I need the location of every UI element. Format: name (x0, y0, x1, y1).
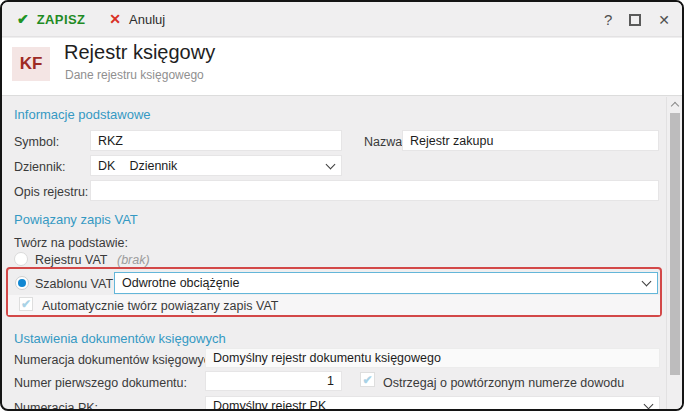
scrollbar-thumb[interactable] (670, 113, 680, 375)
radio-rejestru-label: Rejestru VAT (35, 253, 107, 267)
duplicate-warning-checkbox[interactable]: ✔ (360, 372, 375, 387)
vertical-scrollbar[interactable] (666, 97, 682, 409)
register-dialog-window: ✔ ZAPISZ ✕ Anuluj ? ✕ KF Rejestr księgow… (0, 0, 684, 411)
numeracja-label: Numeracja dokumentów księgowych: (14, 353, 220, 367)
first-number-label: Numer pierwszego dokumentu: (14, 376, 187, 390)
auto-create-checkbox[interactable]: ✔ (19, 297, 33, 311)
nazwa-input[interactable] (402, 130, 659, 151)
help-button[interactable]: ? (604, 11, 612, 28)
page-subtitle: Dane rejestru księgowego (65, 68, 204, 82)
opis-label: Opis rejestru: (14, 185, 88, 199)
dziennik-code: DK (98, 159, 115, 173)
cancel-button-label: Anuluj (129, 12, 165, 27)
opis-input[interactable] (90, 180, 659, 201)
check-icon: ✔ (17, 11, 29, 27)
numeracja-value: Domyślny rejestr dokumentu księgowego (213, 351, 441, 365)
dziennik-dropdown[interactable]: DK Dziennik (90, 155, 342, 176)
dziennik-name: Dziennik (129, 159, 177, 173)
chevron-down-icon (642, 277, 652, 287)
window-controls: ? ✕ (604, 2, 670, 37)
first-number-input[interactable] (205, 371, 342, 391)
save-button[interactable]: ✔ ZAPISZ (17, 11, 85, 27)
page-title: Rejestr księgowy (64, 41, 215, 64)
create-from-label: Twórz na podstawie: (14, 236, 128, 250)
nazwa-label: Nazwa: (364, 135, 406, 149)
dialog-header: KF Rejestr księgowy Dane rejestru księgo… (2, 38, 682, 96)
chevron-down-icon (644, 400, 654, 410)
radio-szablonu-vat[interactable] (15, 276, 29, 290)
toolbar: ✔ ZAPISZ ✕ Anuluj ? ✕ (2, 2, 682, 37)
section-heading-vat: Powiązany zapis VAT (14, 212, 138, 227)
section-heading-basic-info: Informacje podstawowe (14, 107, 151, 122)
maximize-button[interactable] (629, 14, 641, 26)
symbol-input[interactable] (90, 130, 342, 151)
numeracja-field[interactable]: Domyślny rejestr dokumentu księgowego (205, 348, 660, 368)
szablon-vat-dropdown[interactable]: Odwrotne obciążęnie (114, 272, 658, 294)
numeracja-pk-value: Domyślny rejestr PK (213, 399, 326, 411)
scroll-up-icon[interactable] (671, 102, 679, 110)
auto-create-label: Automatycznie twórz powiązany zapis VAT (42, 299, 278, 313)
radio-szablonu-label: Szablonu VAT (35, 277, 113, 291)
symbol-label: Symbol: (14, 135, 59, 149)
close-button[interactable]: ✕ (658, 12, 670, 28)
radio-rejestru-vat[interactable] (14, 252, 28, 266)
save-button-label: ZAPISZ (37, 12, 86, 27)
numeracja-pk-label: Numeracja PK: (14, 401, 98, 411)
dziennik-label: Dziennik: (14, 160, 65, 174)
numeracja-pk-dropdown[interactable]: Domyślny rejestr PK (205, 396, 660, 411)
szablon-vat-value: Odwrotne obciążęnie (122, 276, 239, 290)
section-heading-doc-settings: Ustawienia dokumentów księgowych (14, 331, 226, 346)
rejestru-vat-value: (brak) (117, 253, 150, 267)
x-icon: ✕ (109, 11, 121, 27)
cancel-button[interactable]: ✕ Anuluj (109, 11, 165, 27)
chevron-down-icon (326, 159, 336, 169)
kf-badge: KF (12, 47, 50, 81)
duplicate-warning-label: Ostrzegaj o powtórzonym numerze dowodu (383, 376, 624, 390)
